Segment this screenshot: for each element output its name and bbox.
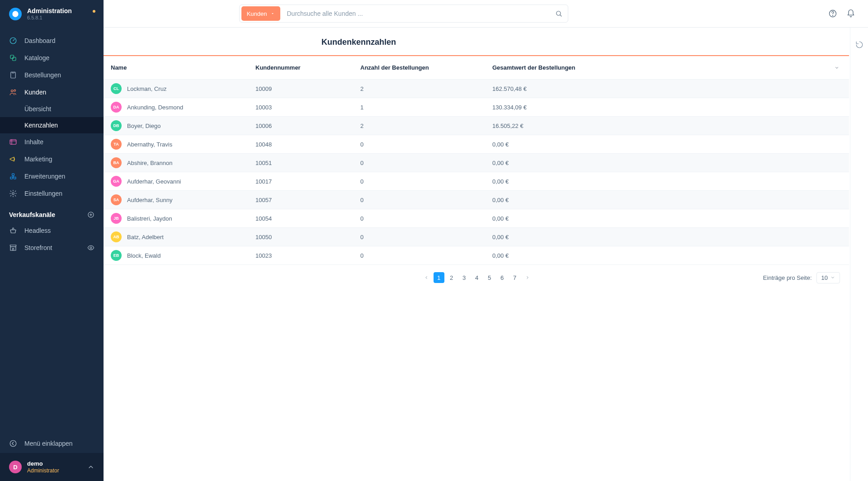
row-number: 10057 [248, 197, 353, 203]
row-total: 0,00 € [485, 141, 849, 148]
row-orders: 0 [353, 178, 485, 185]
row-number: 10009 [248, 85, 353, 92]
nav-item-bestellungen[interactable]: Bestellungen [0, 66, 104, 84]
pagination-page-6[interactable]: 6 [497, 272, 508, 283]
user-menu[interactable]: D demo Administrator [0, 453, 104, 481]
per-page-select[interactable]: 10 [816, 272, 840, 283]
table-row[interactable]: GAAufderhar, Geovanni 10017 0 0,00 € [104, 172, 849, 191]
row-name: Ankunding, Desmond [127, 104, 183, 111]
nav-sub-item-kennzahlen[interactable]: Kennzahlen [0, 117, 104, 133]
nav-item-label: Einstellungen [24, 190, 62, 197]
pagination-page-4[interactable]: 4 [472, 272, 482, 283]
channels-section-header: Verkaufskanäle [0, 202, 104, 222]
search-input[interactable] [280, 10, 549, 17]
row-name: Block, Ewald [127, 252, 160, 259]
nav-item-marketing[interactable]: Marketing [0, 151, 104, 168]
row-name: Abernathy, Travis [127, 141, 172, 148]
nav-item-label: Kataloge [24, 54, 49, 61]
table-row[interactable]: DAAnkunding, Desmond 10003 1 130.334,09 … [104, 98, 849, 117]
customers-icon [9, 88, 17, 96]
pagination-page-2[interactable]: 2 [446, 272, 457, 283]
eye-icon [87, 244, 94, 251]
help-button[interactable] [826, 7, 839, 20]
user-name: demo [27, 460, 59, 467]
row-number: 10048 [248, 141, 353, 148]
pagination-prev[interactable] [421, 272, 432, 283]
row-orders: 0 [353, 215, 485, 222]
row-avatar: AB [111, 231, 122, 242]
refresh-icon [855, 41, 863, 49]
row-orders: 1 [353, 104, 485, 111]
svg-rect-6 [10, 140, 16, 145]
col-name[interactable]: Name [104, 64, 248, 71]
pagination-page-7[interactable]: 7 [509, 272, 520, 283]
table-row[interactable]: EBBlock, Ewald 10023 0 0,00 € [104, 246, 849, 265]
search-button[interactable] [550, 5, 568, 23]
pagination-page-5[interactable]: 5 [484, 272, 495, 283]
table-row[interactable]: JBBalistreri, Jaydon 10054 0 0,00 € [104, 209, 849, 228]
nav-item-dashboard[interactable]: Dashboard [0, 32, 104, 49]
add-channel-button[interactable] [87, 211, 94, 218]
row-avatar: CL [111, 83, 122, 94]
row-total: 0,00 € [485, 252, 849, 259]
customer-stats-table: Name Kundennummer Anzahl der Bestellunge… [104, 55, 849, 265]
row-name: Abshire, Brannon [127, 160, 172, 166]
row-number: 10051 [248, 160, 353, 166]
row-orders: 0 [353, 234, 485, 240]
app-logo[interactable] [9, 8, 22, 20]
channel-label: Storefront [24, 244, 52, 251]
row-total: 0,00 € [485, 197, 849, 203]
table-row[interactable]: CLLockman, Cruz 10009 2 162.570,48 € [104, 80, 849, 98]
per-page-label: Einträge pro Seite: [763, 274, 812, 281]
search-icon [555, 10, 562, 17]
nav-item-erweiterungen[interactable]: Erweiterungen [0, 168, 104, 185]
chevron-up-icon [87, 463, 94, 471]
col-orders[interactable]: Anzahl der Bestellungen [353, 64, 485, 71]
svg-rect-1 [10, 55, 14, 59]
notifications-button[interactable] [844, 7, 857, 20]
channel-item-storefront[interactable]: Storefront [0, 239, 104, 256]
row-orders: 2 [353, 123, 485, 129]
table-row[interactable]: DBBoyer, Diego 10006 2 16.505,22 € [104, 117, 849, 135]
row-orders: 0 [353, 197, 485, 203]
status-dot-icon [93, 10, 95, 13]
table-row[interactable]: ABBatz, Adelbert 10050 0 0,00 € [104, 228, 849, 246]
search-scope-dropdown[interactable]: Kunden [241, 6, 281, 21]
topbar: Kunden [104, 0, 868, 28]
pagination-next[interactable] [522, 272, 533, 283]
chevron-right-icon [525, 275, 530, 280]
per-page-value: 10 [821, 274, 828, 281]
nav-item-label: Inhalte [24, 138, 43, 146]
row-number: 10003 [248, 104, 353, 111]
nav-item-kunden[interactable]: Kunden [0, 84, 104, 101]
row-avatar: TA [111, 139, 122, 150]
nav-item-label: Erweiterungen [24, 173, 65, 180]
row-avatar: EB [111, 250, 122, 261]
pagination-page-1[interactable]: 1 [434, 272, 444, 283]
refresh-button[interactable] [853, 38, 866, 51]
row-total: 130.334,09 € [485, 104, 849, 111]
pagination-page-3[interactable]: 3 [459, 272, 470, 283]
row-number: 10050 [248, 234, 353, 240]
collapse-menu-button[interactable]: Menü einklappen [0, 434, 104, 453]
channels-title: Verkaufskanäle [9, 211, 55, 218]
nav-item-label: Bestellungen [24, 71, 61, 79]
row-total: 0,00 € [485, 178, 849, 185]
table-row[interactable]: TAAbernathy, Travis 10048 0 0,00 € [104, 135, 849, 154]
table-row[interactable]: SAAufderhar, Sunny 10057 0 0,00 € [104, 191, 849, 209]
row-number: 10054 [248, 215, 353, 222]
nav-item-einstellungen[interactable]: Einstellungen [0, 185, 104, 202]
col-number[interactable]: Kundennummer [248, 64, 353, 71]
nav-item-inhalte[interactable]: Inhalte [0, 133, 104, 151]
table-row[interactable]: BAAbshire, Brannon 10051 0 0,00 € [104, 154, 849, 172]
col-total[interactable]: Gesamtwert der Bestellungen [485, 64, 849, 71]
plugin-icon [9, 172, 17, 180]
chevron-down-icon [835, 66, 839, 70]
user-role: Administrator [27, 467, 59, 474]
nav-item-label: Dashboard [24, 37, 56, 44]
nav-item-kataloge[interactable]: Kataloge [0, 49, 104, 66]
nav-sub-item-übersicht[interactable]: Übersicht [0, 101, 104, 117]
row-name: Boyer, Diego [127, 123, 160, 129]
row-avatar: DA [111, 102, 122, 113]
channel-item-headless[interactable]: Headless [0, 222, 104, 239]
